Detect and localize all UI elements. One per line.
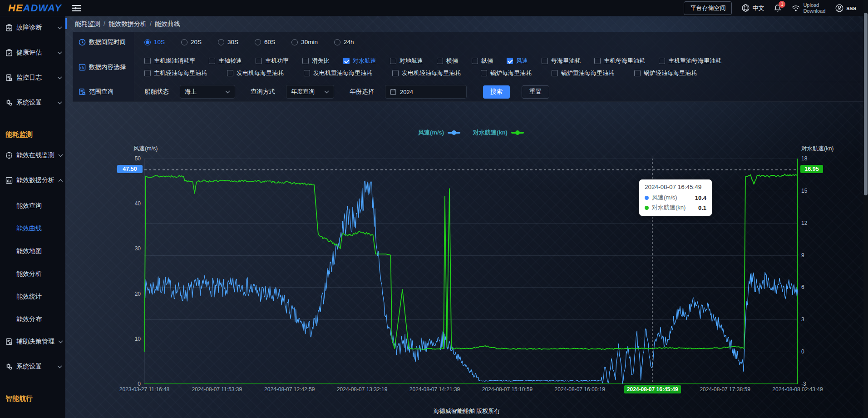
sidebar-subitem-7[interactable]: 能效查询 [0,199,65,212]
main-content: 能耗监测/能效数据分析/能效曲线 数据间隔时间 10S20S30S60S30mi… [65,16,868,418]
breadcrumb-item-0[interactable]: 能耗监测 [75,20,100,27]
query-mode-label: 查询方式 [251,88,275,96]
notifications-button[interactable]: 1 [774,4,781,12]
content-checkbox-每海里油耗[interactable]: 每海里油耗 [542,57,581,65]
notification-count-badge: 1 [779,1,785,8]
content-options-row1: 主机燃油消耗率主轴转速主机功率滑失比对水航速对地航速横倾纵倾风速每海里油耗主机每… [144,57,864,65]
content-checkbox-主机功率[interactable]: 主机功率 [256,57,289,65]
checkbox-icon [542,58,548,64]
page-scrollbar[interactable] [863,0,868,418]
upload-download-button[interactable]: UploadDownload [791,2,825,14]
interval-radio-24h[interactable]: 24h [334,39,354,45]
gear-icon [5,363,13,371]
content-checkbox-锅炉轻油每海里油耗[interactable]: 锅炉轻油每海里油耗 [634,69,697,77]
user-menu[interactable]: aaa [835,4,856,12]
range-row-label: 范围查询 [73,82,134,101]
user-icon [835,4,843,12]
chevron-down-icon [58,154,63,157]
logo-text-blue: ADWAY [23,2,62,14]
ship-status-select[interactable]: 海上 [180,85,235,99]
content-checkbox-发电机每海里油耗[interactable]: 发电机每海里油耗 [227,69,284,77]
sidebar-subitem-8[interactable]: 能效曲线 [0,221,65,235]
sidebar-subitem-12[interactable]: 能效分布 [0,312,65,326]
sidebar-item-13[interactable]: 辅助决策管理 [0,335,65,348]
reset-button[interactable]: 重置 [522,85,549,99]
interval-radio-30min[interactable]: 30min [291,39,318,45]
interval-radio-60S[interactable]: 60S [255,39,275,45]
language-label: 中文 [752,4,764,12]
sidebar-item-6[interactable]: 能效数据分析 [0,174,65,187]
search-button[interactable]: 搜索 [483,85,510,99]
interval-radio-20S[interactable]: 20S [181,39,202,45]
content-checkbox-主机轻油每海里油耗[interactable]: 主机轻油每海里油耗 [144,69,207,77]
sidebar-item-3[interactable]: 系统设置 [0,96,65,109]
compass-icon [5,152,13,159]
sidebar-item-1[interactable]: 健康评估 [0,46,65,60]
content-checkbox-对水航速[interactable]: 对水航速 [343,57,376,65]
checkbox-icon [634,70,641,76]
x-axis-label: 2024-08-07 16:00:19 [541,386,618,393]
content-checkbox-主机重油每海里油耗[interactable]: 主机重油每海里油耗 [659,57,721,65]
scrollbar-thumb[interactable] [864,13,868,195]
year-select-label: 年份选择 [350,88,374,96]
breadcrumb: 能耗监测/能效数据分析/能效曲线 [65,18,180,29]
content-checkbox-发电机重油每海里油耗[interactable]: 发电机重油每海里油耗 [304,69,372,77]
sidebar-nav: 故障诊断健康评估监控日志系统设置能耗监测能效在线监测能效数据分析能效查询能效曲线… [0,16,65,418]
right-axis-tick: 18 [801,155,807,162]
content-checkbox-锅炉重油每海里油耗[interactable]: 锅炉重油每海里油耗 [552,69,614,77]
wifi-icon [791,5,800,12]
chevron-down-icon [57,365,62,368]
content-row-label: 数据内容选择 [73,52,134,82]
sidebar-subitem-11[interactable]: 能效统计 [0,289,65,303]
sidebar-item-14[interactable]: 系统设置 [0,360,65,373]
platform-storage-button[interactable]: 平台存储空间 [684,1,732,15]
query-mode-select[interactable]: 年度查询 [286,85,334,99]
breadcrumb-item-2[interactable]: 能效曲线 [155,20,180,27]
radio-icon [255,39,261,45]
ship-status-label: 船舶状态 [144,88,169,96]
right-axis-tick: 6 [801,284,804,290]
checkbox-icon [144,70,151,76]
hamburger-menu-icon[interactable] [72,5,81,12]
legend-item-1[interactable]: 对水航速(kn) [473,129,524,137]
content-checkbox-对地航速[interactable]: 对地航速 [390,57,423,65]
content-checkbox-主机燃油消耗率[interactable]: 主机燃油消耗率 [144,57,195,65]
sidebar-subitem-10[interactable]: 能效分析 [0,267,65,280]
interval-row: 数据间隔时间 10S20S30S60S30min24h [73,32,864,52]
x-axis-label: 2024-08-07 14:21:39 [396,386,473,393]
content-checkbox-纵倾[interactable]: 纵倾 [472,57,493,65]
year-date-input[interactable]: 2024 [385,85,467,99]
checkbox-icon [390,58,396,64]
x-axis-label: 2024-08-07 11:53:39 [178,386,256,393]
x-axis-label-selected: 2024-08-07 16:45:49 [614,386,691,393]
sidebar-item-2[interactable]: 监控日志 [0,71,65,85]
content-checkbox-主机每海里油耗[interactable]: 主机每海里油耗 [594,57,645,65]
globe-icon [742,4,750,12]
right-axis-tick: 12 [801,220,807,226]
content-checkbox-主轴转速[interactable]: 主轴转速 [209,57,242,65]
sidebar-subitem-9[interactable]: 能效地图 [0,244,65,258]
sidebar-item-0[interactable]: 故障诊断 [0,21,65,35]
wind-max-badge: 47.50 [117,165,143,173]
chevron-down-icon [57,51,62,55]
sidebar-item-5[interactable]: 能效在线监测 [0,149,65,162]
content-checkbox-风速[interactable]: 风速 [507,57,528,65]
checkbox-icon [472,58,478,64]
checkbox-icon [392,70,399,76]
gridline [144,384,798,384]
interval-radio-10S[interactable]: 10S [144,39,165,45]
content-checkbox-滑失比[interactable]: 滑失比 [302,57,330,65]
content-checkbox-横倾[interactable]: 横倾 [437,57,458,65]
interval-radio-30S[interactable]: 30S [218,39,238,45]
legend-item-0[interactable]: 风速(m/s) [418,129,460,137]
language-switch[interactable]: 中文 [742,4,764,12]
x-axis-label: 2024-08-08 02:43:49 [759,386,836,393]
content-checkbox-锅炉每海里油耗[interactable]: 锅炉每海里油耗 [481,69,532,77]
breadcrumb-item-1[interactable]: 能效数据分析 [108,20,147,27]
content-checkbox-发电机轻油每海里油耗[interactable]: 发电机轻油每海里油耗 [392,69,461,77]
app-logo: HEADWAY [0,2,65,14]
chevron-down-icon [324,90,329,94]
bar-chart-icon [5,177,13,184]
radio-icon [334,39,340,45]
x-axis-label: 2024-08-07 13:32:19 [324,386,401,393]
